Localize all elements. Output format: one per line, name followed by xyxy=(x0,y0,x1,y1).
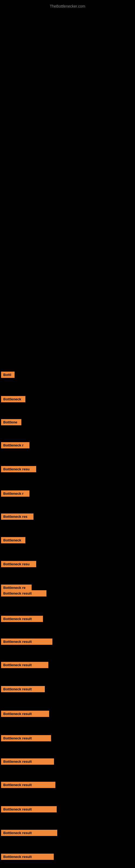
bottleneck-result-bar-7[interactable]: Bottleneck xyxy=(1,537,26,543)
bottleneck-result-bar-0[interactable]: Bottl xyxy=(1,372,14,378)
bottleneck-result-bar-20[interactable]: Bottleneck result xyxy=(1,830,57,836)
result-row-16: Bottleneck result xyxy=(1,735,51,743)
result-row-12: Bottleneck result xyxy=(1,639,52,646)
result-row-10: Bottleneck result xyxy=(1,590,46,598)
bottleneck-result-bar-6[interactable]: Bottleneck res xyxy=(1,514,34,520)
result-row-18: Bottleneck result xyxy=(1,782,55,789)
bottleneck-result-bar-9[interactable]: Bottleneck re xyxy=(1,585,32,591)
bottleneck-result-bar-8[interactable]: Bottleneck resu xyxy=(1,561,36,567)
bottleneck-result-bar-12[interactable]: Bottleneck result xyxy=(1,639,52,645)
result-row-11: Bottleneck result xyxy=(1,616,43,624)
result-row-6: Bottleneck res xyxy=(1,514,34,521)
result-row-4: Bottleneck resu xyxy=(1,466,36,474)
result-row-8: Bottleneck resu xyxy=(1,561,36,569)
bottleneck-result-bar-17[interactable]: Bottleneck result xyxy=(1,758,54,765)
bottleneck-result-bar-13[interactable]: Bottleneck result xyxy=(1,662,48,668)
result-row-19: Bottleneck result xyxy=(1,806,57,814)
bottleneck-result-bar-1[interactable]: Bottleneck xyxy=(1,396,26,402)
result-row-7: Bottleneck xyxy=(1,537,26,545)
result-row-2: Bottlene xyxy=(1,419,21,427)
bottleneck-result-bar-3[interactable]: Bottleneck r xyxy=(1,442,30,448)
result-row-15: Bottleneck result xyxy=(1,711,49,718)
bottleneck-result-bar-4[interactable]: Bottleneck resu xyxy=(1,466,36,472)
result-row-5: Bottleneck r xyxy=(1,490,30,498)
bottleneck-result-bar-10[interactable]: Bottleneck result xyxy=(1,590,46,596)
bottleneck-result-bar-5[interactable]: Bottleneck r xyxy=(1,490,30,497)
bottleneck-result-bar-11[interactable]: Bottleneck result xyxy=(1,616,43,622)
bottleneck-result-bar-15[interactable]: Bottleneck result xyxy=(1,711,49,717)
result-row-21: Bottleneck result xyxy=(1,854,54,862)
result-row-17: Bottleneck result xyxy=(1,758,54,766)
result-row-1: Bottleneck xyxy=(1,396,26,404)
bottleneck-result-bar-18[interactable]: Bottleneck result xyxy=(1,782,55,788)
bottleneck-result-bar-21[interactable]: Bottleneck result xyxy=(1,854,54,860)
bottleneck-result-bar-16[interactable]: Bottleneck result xyxy=(1,735,51,741)
result-row-3: Bottleneck r xyxy=(1,442,30,450)
result-row-0: Bottl xyxy=(1,372,14,379)
site-title: TheBottlenecker.com xyxy=(0,1,135,10)
bottleneck-result-bar-2[interactable]: Bottlene xyxy=(1,419,21,425)
result-row-20: Bottleneck result xyxy=(1,830,57,838)
bottleneck-result-bar-14[interactable]: Bottleneck result xyxy=(1,686,45,692)
result-row-14: Bottleneck result xyxy=(1,686,45,694)
result-row-13: Bottleneck result xyxy=(1,662,48,670)
bottleneck-result-bar-19[interactable]: Bottleneck result xyxy=(1,806,57,812)
